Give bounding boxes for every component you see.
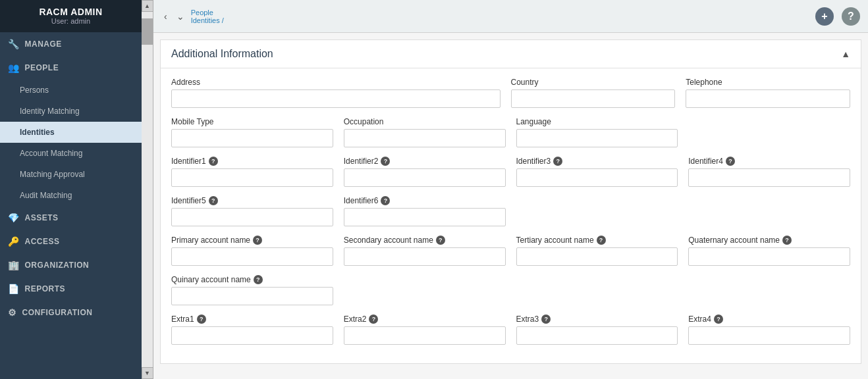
label-secondary-account-name: Secondary account name ? xyxy=(344,236,506,245)
input-quinary-account-name[interactable] xyxy=(171,287,333,305)
input-address[interactable] xyxy=(171,89,501,108)
help-icon-identifier1[interactable]: ? xyxy=(209,157,218,166)
help-button[interactable]: ? xyxy=(842,7,860,26)
form-row-6: Quinary account name ? xyxy=(171,275,850,305)
sidebar-item-configuration[interactable]: ⚙ CONFIGURATION xyxy=(0,301,142,324)
scroll-track[interactable] xyxy=(142,12,153,367)
input-extra1[interactable] xyxy=(171,326,333,345)
nav-back-arrow[interactable]: ‹ xyxy=(161,10,170,23)
people-icon: 👥 xyxy=(8,63,20,73)
form-group-identifier3: Identifier3 ? xyxy=(516,157,678,187)
sidebar-item-identities[interactable]: Identities xyxy=(0,122,142,143)
input-identifier1[interactable] xyxy=(171,168,333,187)
form-group-extra1: Extra1 ? xyxy=(171,315,333,345)
manage-icon: 🔧 xyxy=(8,39,20,49)
input-occupation[interactable] xyxy=(344,129,506,147)
nav-down-arrow[interactable]: ⌄ xyxy=(174,10,187,23)
label-identifier2: Identifier2 ? xyxy=(344,157,506,166)
help-icon-identifier5[interactable]: ? xyxy=(209,196,218,205)
sidebar-item-assets[interactable]: 💎 ASSETS xyxy=(0,206,142,230)
form-row-3: Identifier1 ? Identifier2 ? Identifier3 … xyxy=(171,157,850,187)
breadcrumb: People Identities / xyxy=(191,9,224,24)
help-icon-quinary-account-name[interactable]: ? xyxy=(254,275,263,284)
main-area: ‹ ⌄ People Identities / + ? Additional I… xyxy=(153,0,868,379)
form-group-telephone: Telephone xyxy=(686,78,850,108)
input-language[interactable] xyxy=(516,129,678,147)
sidebar: RACM ADMIN User: admin 🔧 MANAGE 👥 PEOPLE… xyxy=(0,0,142,379)
form-group-identifier6: Identifier6 ? xyxy=(344,196,506,226)
input-quaternary-account-name[interactable] xyxy=(688,247,850,266)
sidebar-item-audit-matching[interactable]: Audit Matching xyxy=(0,185,142,206)
sidebar-item-reports[interactable]: 📄 REPORTS xyxy=(0,277,142,301)
sidebar-item-matching-approval[interactable]: Matching Approval xyxy=(0,164,142,185)
help-icon-identifier4[interactable]: ? xyxy=(726,157,735,166)
scroll-thumb[interactable] xyxy=(142,18,153,45)
sidebar-item-account-matching[interactable]: Account Matching xyxy=(0,143,142,164)
sidebar-section-label: ACCESS xyxy=(25,237,60,246)
form-group-extra4: Extra4 ? xyxy=(688,315,850,345)
help-icon-extra3[interactable]: ? xyxy=(541,315,551,324)
input-telephone[interactable] xyxy=(686,89,850,108)
input-identifier5[interactable] xyxy=(171,208,333,226)
help-icon-tertiary-account-name[interactable]: ? xyxy=(597,236,606,245)
help-icon-primary-account-name[interactable]: ? xyxy=(253,236,262,245)
help-icon-identifier6[interactable]: ? xyxy=(381,196,390,205)
form-group-quaternary-account-name: Quaternary account name ? xyxy=(688,236,850,266)
sidebar-item-access[interactable]: 🔑 ACCESS xyxy=(0,230,142,253)
collapse-button[interactable]: ▲ xyxy=(841,49,850,59)
label-country: Country xyxy=(511,78,676,87)
input-primary-account-name[interactable] xyxy=(171,247,333,266)
breadcrumb-bottom: Identities / xyxy=(191,16,224,24)
section-header: Additional Information ▲ xyxy=(161,40,861,68)
input-identifier2[interactable] xyxy=(344,168,506,187)
scroll-up-arrow[interactable]: ▲ xyxy=(142,0,153,12)
top-bar-left: ‹ ⌄ People Identities / xyxy=(161,9,224,24)
organization-icon: 🏢 xyxy=(8,260,20,270)
form-group-address: Address xyxy=(171,78,501,108)
add-button[interactable]: + xyxy=(815,7,834,26)
input-mobile-type[interactable] xyxy=(171,129,333,147)
sidebar-item-manage[interactable]: 🔧 MANAGE xyxy=(0,32,142,56)
label-mobile-type: Mobile Type xyxy=(171,117,333,126)
help-icon-extra4[interactable]: ? xyxy=(714,315,723,324)
label-identifier5: Identifier5 ? xyxy=(171,196,333,205)
sidebar-item-people[interactable]: 👥 PEOPLE xyxy=(0,56,142,80)
scroll-down-arrow[interactable]: ▼ xyxy=(142,367,153,379)
label-telephone: Telephone xyxy=(686,78,850,87)
label-quaternary-account-name: Quaternary account name ? xyxy=(688,236,850,245)
sidebar-section-label: PEOPLE xyxy=(25,63,59,72)
label-identifier4: Identifier4 ? xyxy=(688,157,850,166)
configuration-icon: ⚙ xyxy=(8,307,17,318)
input-secondary-account-name[interactable] xyxy=(344,247,506,266)
sidebar-item-persons[interactable]: Persons xyxy=(0,80,142,101)
sidebar-item-organization[interactable]: 🏢 ORGANIZATION xyxy=(0,253,142,277)
label-extra2: Extra2 ? xyxy=(344,315,506,324)
input-extra3[interactable] xyxy=(516,326,678,345)
help-icon-identifier3[interactable]: ? xyxy=(553,157,562,166)
help-icon-secondary-account-name[interactable]: ? xyxy=(436,236,445,245)
sidebar-scroll: 🔧 MANAGE 👥 PEOPLE Persons Identity Match… xyxy=(0,32,142,379)
input-identifier3[interactable] xyxy=(516,168,678,187)
input-identifier4[interactable] xyxy=(688,168,850,187)
input-identifier6[interactable] xyxy=(344,208,506,226)
form-group-occupation: Occupation xyxy=(344,117,506,147)
sidebar-section-label: CONFIGURATION xyxy=(22,308,93,317)
sidebar-section-label: REPORTS xyxy=(25,284,66,293)
input-extra2[interactable] xyxy=(344,326,506,345)
form-group-language: Language xyxy=(516,117,678,147)
form-row-5: Primary account name ? Secondary account… xyxy=(171,236,850,266)
help-icon-identifier2[interactable]: ? xyxy=(381,157,390,166)
top-bar: ‹ ⌄ People Identities / + ? xyxy=(153,0,868,33)
label-tertiary-account-name: Tertiary account name ? xyxy=(516,236,678,245)
help-icon-extra2[interactable]: ? xyxy=(369,315,378,324)
sidebar-scrollbar[interactable]: ▲ ▼ xyxy=(142,0,153,379)
sidebar-section-label: ASSETS xyxy=(25,213,59,222)
input-tertiary-account-name[interactable] xyxy=(516,247,678,266)
help-icon-extra1[interactable]: ? xyxy=(197,315,206,324)
sidebar-item-identity-matching[interactable]: Identity Matching xyxy=(0,101,142,122)
form-group-identifier4: Identifier4 ? xyxy=(688,157,850,187)
input-country[interactable] xyxy=(511,89,676,108)
label-extra3: Extra3 ? xyxy=(516,315,678,324)
help-icon-quaternary-account-name[interactable]: ? xyxy=(782,236,792,245)
input-extra4[interactable] xyxy=(688,326,850,345)
